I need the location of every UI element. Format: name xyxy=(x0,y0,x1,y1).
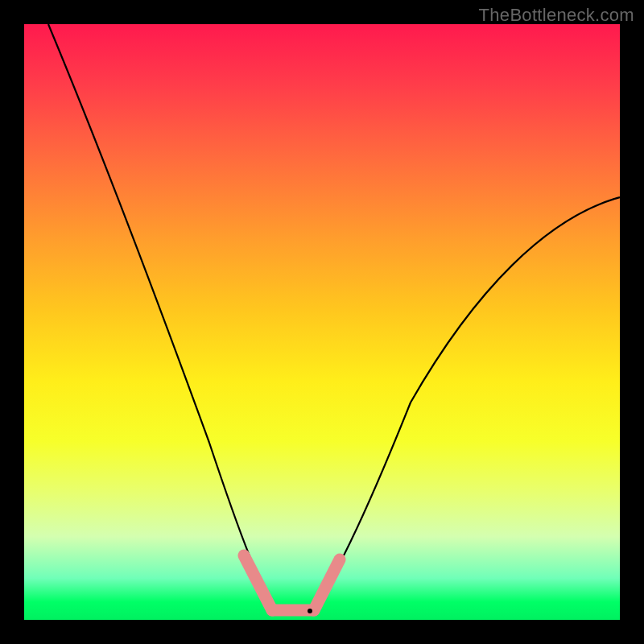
chart-frame: TheBottleneck.com xyxy=(0,0,644,644)
plot-background xyxy=(24,24,620,620)
watermark-text: TheBottleneck.com xyxy=(479,5,634,26)
